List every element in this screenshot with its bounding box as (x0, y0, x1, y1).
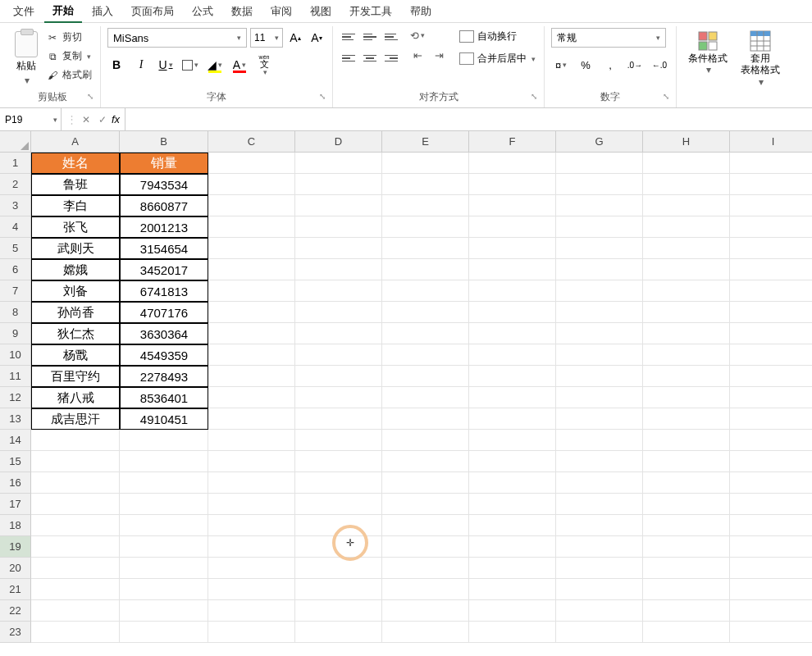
row-header-12[interactable]: 12 (0, 387, 31, 408)
font-launcher[interactable]: ⤡ (319, 92, 326, 101)
cell-F14[interactable] (469, 430, 556, 451)
cell-H19[interactable] (643, 536, 730, 558)
row-header-2[interactable]: 2 (0, 174, 31, 195)
menu-item-2[interactable]: 插入 (84, 1, 121, 22)
cell-H13[interactable] (643, 408, 730, 430)
merge-center-button[interactable]: 合并后居中▾ (458, 50, 537, 67)
cell-I4[interactable] (730, 216, 812, 238)
cell-F12[interactable] (469, 387, 556, 408)
cell-I5[interactable] (730, 238, 812, 259)
cell-H21[interactable] (643, 579, 730, 600)
cell-F21[interactable] (469, 579, 556, 600)
cell-H4[interactable] (643, 216, 730, 238)
cell-B8[interactable]: 4707176 (120, 302, 208, 323)
cell-I18[interactable] (730, 515, 812, 536)
cell-C20[interactable] (208, 558, 295, 579)
row-header-14[interactable]: 14 (0, 430, 31, 451)
menu-item-8[interactable]: 开发工具 (341, 1, 400, 22)
cell-D3[interactable] (295, 195, 382, 216)
cancel-formula-button[interactable]: ✕ (79, 114, 94, 125)
cell-E9[interactable] (382, 323, 469, 344)
cell-D20[interactable] (295, 558, 382, 579)
cell-B2[interactable]: 7943534 (120, 174, 208, 195)
align-top-button[interactable] (340, 28, 358, 46)
confirm-formula-button[interactable]: ✓ (95, 114, 110, 125)
cell-A21[interactable] (31, 579, 120, 600)
cell-D17[interactable] (295, 494, 382, 515)
cell-B21[interactable] (120, 579, 208, 600)
cell-A9[interactable]: 狄仁杰 (31, 323, 120, 344)
cell-B16[interactable] (120, 472, 208, 494)
cell-E23[interactable] (382, 622, 469, 643)
number-launcher[interactable]: ⤡ (663, 92, 669, 101)
cell-G9[interactable] (556, 323, 643, 344)
cell-A17[interactable] (31, 494, 120, 515)
number-format-select[interactable]: 常规▾ (551, 28, 666, 48)
row-header-8[interactable]: 8 (0, 302, 31, 323)
cell-G16[interactable] (556, 472, 643, 494)
row-header-9[interactable]: 9 (0, 323, 31, 344)
menu-item-1[interactable]: 开始 (44, 0, 82, 23)
cell-C4[interactable] (208, 216, 295, 238)
cell-F3[interactable] (469, 195, 556, 216)
underline-button[interactable]: U▾ (157, 56, 175, 74)
cell-B10[interactable]: 4549359 (120, 344, 208, 366)
menu-item-5[interactable]: 数据 (223, 1, 261, 22)
bold-button[interactable]: B (107, 56, 125, 74)
cell-B6[interactable]: 3452017 (120, 259, 208, 280)
cell-G3[interactable] (556, 195, 643, 216)
cell-D4[interactable] (295, 216, 382, 238)
cell-B15[interactable] (120, 451, 208, 472)
row-header-5[interactable]: 5 (0, 238, 31, 259)
cell-F5[interactable] (469, 238, 556, 259)
cell-A13[interactable]: 成吉思汗 (31, 408, 120, 430)
format-as-table-button[interactable]: 套用 表格格式▾ (736, 28, 785, 89)
row-header-19[interactable]: 19 (0, 536, 31, 558)
cell-C8[interactable] (208, 302, 295, 323)
cell-G18[interactable] (556, 515, 643, 536)
cell-A19[interactable] (31, 536, 120, 558)
row-header-1[interactable]: 1 (0, 153, 31, 174)
cell-G6[interactable] (556, 259, 643, 280)
font-name-select[interactable]: MiSans▾ (107, 28, 247, 48)
cell-H12[interactable] (643, 387, 730, 408)
column-header-C[interactable]: C (208, 131, 295, 153)
cell-E14[interactable] (382, 430, 469, 451)
cell-B18[interactable] (120, 515, 208, 536)
cell-D12[interactable] (295, 387, 382, 408)
cell-I13[interactable] (730, 408, 812, 430)
cell-D13[interactable] (295, 408, 382, 430)
cell-C6[interactable] (208, 259, 295, 280)
cell-A23[interactable] (31, 622, 120, 643)
cell-B19[interactable] (120, 536, 208, 558)
cell-B7[interactable]: 6741813 (120, 280, 208, 302)
cell-D9[interactable] (295, 323, 382, 344)
cell-A1[interactable]: 姓名 (31, 153, 120, 174)
cell-A5[interactable]: 武则天 (31, 238, 120, 259)
row-header-18[interactable]: 18 (0, 515, 31, 536)
cell-C11[interactable] (208, 366, 295, 387)
font-size-select[interactable]: 11▾ (250, 28, 283, 48)
cell-F9[interactable] (469, 323, 556, 344)
align-left-button[interactable] (340, 49, 358, 67)
menu-item-4[interactable]: 公式 (184, 1, 221, 22)
cell-G19[interactable] (556, 536, 643, 558)
decrease-font-button[interactable]: A▾ (308, 29, 326, 47)
cell-D11[interactable] (295, 366, 382, 387)
cell-A4[interactable]: 张飞 (31, 216, 120, 238)
cell-I16[interactable] (730, 472, 812, 494)
border-button[interactable]: ▾ (181, 56, 199, 74)
cell-A12[interactable]: 猪八戒 (31, 387, 120, 408)
cell-I8[interactable] (730, 302, 812, 323)
cell-F18[interactable] (469, 515, 556, 536)
cell-C23[interactable] (208, 622, 295, 643)
column-header-A[interactable]: A (31, 131, 120, 153)
align-center-button[interactable] (361, 49, 379, 67)
cell-F1[interactable] (469, 153, 556, 174)
cell-E3[interactable] (382, 195, 469, 216)
cell-G12[interactable] (556, 387, 643, 408)
wrap-text-button[interactable]: 自动换行 (458, 28, 537, 45)
cell-E11[interactable] (382, 366, 469, 387)
italic-button[interactable]: I (132, 56, 150, 74)
paste-button[interactable]: 粘贴 ▾ (11, 28, 41, 86)
